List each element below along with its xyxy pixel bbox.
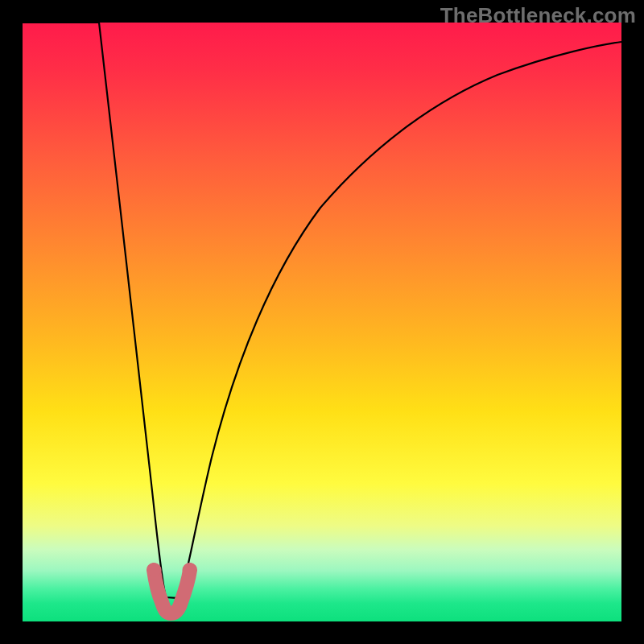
chart-svg (23, 23, 621, 621)
bottleneck-curve (23, 23, 621, 598)
minimum-marker-dot-left (148, 564, 162, 577)
plot-area (23, 23, 621, 621)
minimum-marker (154, 570, 190, 613)
minimum-marker-dot-right (183, 564, 196, 577)
